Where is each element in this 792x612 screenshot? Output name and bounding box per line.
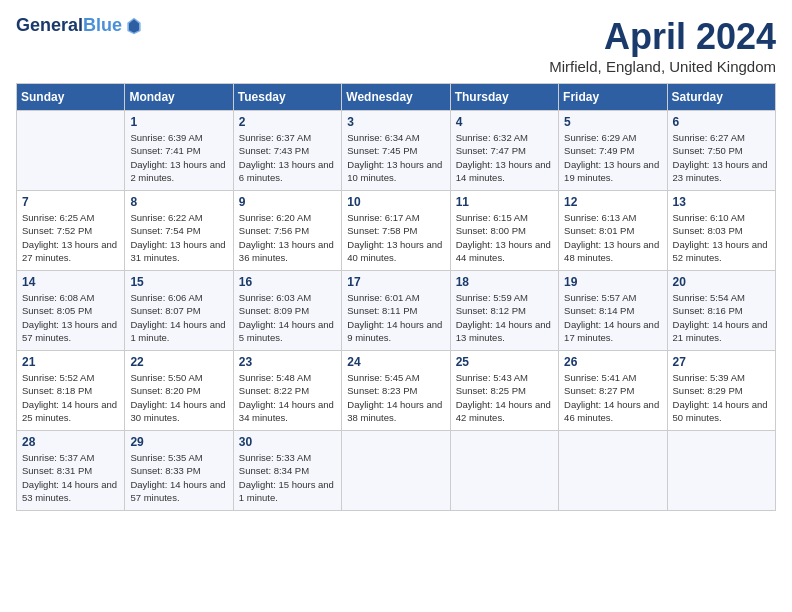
day-info: Sunrise: 6:39 AM Sunset: 7:41 PM Dayligh… [130,131,227,184]
calendar-day [667,431,775,511]
day-info: Sunrise: 5:57 AM Sunset: 8:14 PM Dayligh… [564,291,661,344]
calendar-day: 27Sunrise: 5:39 AM Sunset: 8:29 PM Dayli… [667,351,775,431]
day-info: Sunrise: 6:13 AM Sunset: 8:01 PM Dayligh… [564,211,661,264]
calendar-week: 7Sunrise: 6:25 AM Sunset: 7:52 PM Daylig… [17,191,776,271]
calendar-day: 14Sunrise: 6:08 AM Sunset: 8:05 PM Dayli… [17,271,125,351]
day-info: Sunrise: 5:54 AM Sunset: 8:16 PM Dayligh… [673,291,770,344]
day-info: Sunrise: 6:25 AM Sunset: 7:52 PM Dayligh… [22,211,119,264]
day-info: Sunrise: 6:29 AM Sunset: 7:49 PM Dayligh… [564,131,661,184]
day-number: 28 [22,435,119,449]
calendar-day: 17Sunrise: 6:01 AM Sunset: 8:11 PM Dayli… [342,271,450,351]
day-info: Sunrise: 6:20 AM Sunset: 7:56 PM Dayligh… [239,211,336,264]
day-info: Sunrise: 5:41 AM Sunset: 8:27 PM Dayligh… [564,371,661,424]
calendar-day [342,431,450,511]
day-info: Sunrise: 6:27 AM Sunset: 7:50 PM Dayligh… [673,131,770,184]
calendar-day [450,431,558,511]
calendar-day: 5Sunrise: 6:29 AM Sunset: 7:49 PM Daylig… [559,111,667,191]
day-number: 12 [564,195,661,209]
calendar-week: 28Sunrise: 5:37 AM Sunset: 8:31 PM Dayli… [17,431,776,511]
day-info: Sunrise: 5:37 AM Sunset: 8:31 PM Dayligh… [22,451,119,504]
calendar-day: 25Sunrise: 5:43 AM Sunset: 8:25 PM Dayli… [450,351,558,431]
calendar-day: 26Sunrise: 5:41 AM Sunset: 8:27 PM Dayli… [559,351,667,431]
calendar-day: 16Sunrise: 6:03 AM Sunset: 8:09 PM Dayli… [233,271,341,351]
calendar-day [17,111,125,191]
day-number: 2 [239,115,336,129]
weekday-header-cell: Monday [125,84,233,111]
day-number: 1 [130,115,227,129]
calendar-day: 7Sunrise: 6:25 AM Sunset: 7:52 PM Daylig… [17,191,125,271]
weekday-header-cell: Tuesday [233,84,341,111]
calendar-day: 8Sunrise: 6:22 AM Sunset: 7:54 PM Daylig… [125,191,233,271]
calendar-day: 4Sunrise: 6:32 AM Sunset: 7:47 PM Daylig… [450,111,558,191]
day-number: 22 [130,355,227,369]
day-number: 17 [347,275,444,289]
day-info: Sunrise: 5:48 AM Sunset: 8:22 PM Dayligh… [239,371,336,424]
calendar-day: 13Sunrise: 6:10 AM Sunset: 8:03 PM Dayli… [667,191,775,271]
logo-icon [124,16,144,36]
day-number: 26 [564,355,661,369]
day-number: 11 [456,195,553,209]
day-info: Sunrise: 5:33 AM Sunset: 8:34 PM Dayligh… [239,451,336,504]
day-info: Sunrise: 6:03 AM Sunset: 8:09 PM Dayligh… [239,291,336,344]
day-number: 30 [239,435,336,449]
calendar-day: 18Sunrise: 5:59 AM Sunset: 8:12 PM Dayli… [450,271,558,351]
day-info: Sunrise: 6:22 AM Sunset: 7:54 PM Dayligh… [130,211,227,264]
day-number: 10 [347,195,444,209]
weekday-header-cell: Saturday [667,84,775,111]
day-info: Sunrise: 6:08 AM Sunset: 8:05 PM Dayligh… [22,291,119,344]
calendar-day: 11Sunrise: 6:15 AM Sunset: 8:00 PM Dayli… [450,191,558,271]
calendar-day: 19Sunrise: 5:57 AM Sunset: 8:14 PM Dayli… [559,271,667,351]
calendar-week: 1Sunrise: 6:39 AM Sunset: 7:41 PM Daylig… [17,111,776,191]
calendar-day: 23Sunrise: 5:48 AM Sunset: 8:22 PM Dayli… [233,351,341,431]
weekday-header: SundayMondayTuesdayWednesdayThursdayFrid… [17,84,776,111]
calendar-day: 22Sunrise: 5:50 AM Sunset: 8:20 PM Dayli… [125,351,233,431]
day-number: 9 [239,195,336,209]
page-header: GeneralBlue April 2024 Mirfield, England… [16,16,776,75]
day-number: 7 [22,195,119,209]
day-number: 21 [22,355,119,369]
weekday-header-cell: Sunday [17,84,125,111]
calendar-body: 1Sunrise: 6:39 AM Sunset: 7:41 PM Daylig… [17,111,776,511]
title-area: April 2024 Mirfield, England, United Kin… [549,16,776,75]
calendar-day: 9Sunrise: 6:20 AM Sunset: 7:56 PM Daylig… [233,191,341,271]
day-number: 23 [239,355,336,369]
day-number: 24 [347,355,444,369]
day-info: Sunrise: 6:10 AM Sunset: 8:03 PM Dayligh… [673,211,770,264]
calendar-day [559,431,667,511]
calendar-day: 30Sunrise: 5:33 AM Sunset: 8:34 PM Dayli… [233,431,341,511]
day-info: Sunrise: 6:32 AM Sunset: 7:47 PM Dayligh… [456,131,553,184]
calendar-day: 2Sunrise: 6:37 AM Sunset: 7:43 PM Daylig… [233,111,341,191]
calendar-week: 14Sunrise: 6:08 AM Sunset: 8:05 PM Dayli… [17,271,776,351]
calendar-day: 1Sunrise: 6:39 AM Sunset: 7:41 PM Daylig… [125,111,233,191]
day-number: 20 [673,275,770,289]
day-number: 5 [564,115,661,129]
day-info: Sunrise: 6:01 AM Sunset: 8:11 PM Dayligh… [347,291,444,344]
calendar-day: 15Sunrise: 6:06 AM Sunset: 8:07 PM Dayli… [125,271,233,351]
weekday-header-cell: Wednesday [342,84,450,111]
day-info: Sunrise: 5:35 AM Sunset: 8:33 PM Dayligh… [130,451,227,504]
day-info: Sunrise: 6:37 AM Sunset: 7:43 PM Dayligh… [239,131,336,184]
weekday-header-cell: Friday [559,84,667,111]
day-info: Sunrise: 6:06 AM Sunset: 8:07 PM Dayligh… [130,291,227,344]
day-info: Sunrise: 6:17 AM Sunset: 7:58 PM Dayligh… [347,211,444,264]
day-number: 6 [673,115,770,129]
day-number: 8 [130,195,227,209]
day-number: 16 [239,275,336,289]
calendar-week: 21Sunrise: 5:52 AM Sunset: 8:18 PM Dayli… [17,351,776,431]
calendar-day: 21Sunrise: 5:52 AM Sunset: 8:18 PM Dayli… [17,351,125,431]
day-number: 14 [22,275,119,289]
calendar-table: SundayMondayTuesdayWednesdayThursdayFrid… [16,83,776,511]
logo: GeneralBlue [16,16,144,36]
calendar-day: 29Sunrise: 5:35 AM Sunset: 8:33 PM Dayli… [125,431,233,511]
month-title: April 2024 [549,16,776,58]
day-number: 3 [347,115,444,129]
day-info: Sunrise: 5:45 AM Sunset: 8:23 PM Dayligh… [347,371,444,424]
location: Mirfield, England, United Kingdom [549,58,776,75]
day-info: Sunrise: 5:43 AM Sunset: 8:25 PM Dayligh… [456,371,553,424]
day-number: 25 [456,355,553,369]
calendar-day: 10Sunrise: 6:17 AM Sunset: 7:58 PM Dayli… [342,191,450,271]
weekday-header-cell: Thursday [450,84,558,111]
day-info: Sunrise: 5:39 AM Sunset: 8:29 PM Dayligh… [673,371,770,424]
day-number: 15 [130,275,227,289]
day-info: Sunrise: 5:52 AM Sunset: 8:18 PM Dayligh… [22,371,119,424]
